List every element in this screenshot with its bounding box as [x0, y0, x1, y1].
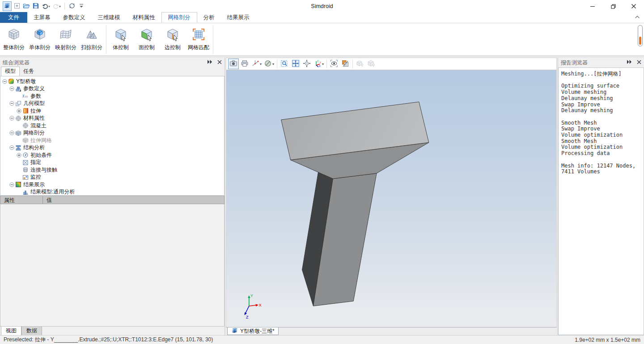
tree-item-label[interactable]: 材料属性	[23, 114, 45, 122]
mesh-match-button[interactable]: 网格匹配	[186, 24, 212, 55]
tree-row[interactable]: 拉伸网格	[0, 137, 224, 144]
browser-tab-1[interactable]: 模型	[1, 67, 20, 76]
expander-minus-icon[interactable]	[9, 130, 15, 135]
tree-item-label[interactable]: 结果模型:通用分析	[30, 188, 75, 196]
tree-item-label[interactable]: 几何模型	[23, 100, 45, 107]
expander-minus-icon[interactable]	[9, 116, 15, 121]
bottom-tab-1[interactable]: 视图	[1, 327, 21, 336]
tree-item-label[interactable]: Y型桥墩	[16, 78, 36, 85]
tree-row[interactable]: 拉伸	[0, 107, 224, 115]
redo-button[interactable]: ▾	[52, 1, 61, 11]
save-file-button[interactable]	[32, 1, 40, 11]
tree-row[interactable]: 几何模型	[0, 100, 224, 108]
viewport-canvas[interactable]: Y X Z	[226, 70, 557, 327]
expander-plus-icon[interactable]	[16, 153, 22, 158]
tree-row[interactable]: Y型桥墩	[0, 78, 224, 85]
expander-minus-icon[interactable]	[9, 145, 15, 150]
tree-row[interactable]: 参数定义	[0, 85, 224, 93]
tree-row[interactable]: 结果模型:通用分析	[0, 189, 224, 196]
tree-item-label[interactable]: 拉伸网格	[30, 137, 52, 144]
zoom-box-button[interactable]	[279, 59, 290, 69]
ribbon-tab-6[interactable]: 网格剖分	[161, 12, 197, 23]
pan-button[interactable]	[290, 59, 301, 69]
tree-item-label[interactable]: 参数定义	[23, 85, 45, 92]
tree-item-label[interactable]: 拉伸	[30, 107, 41, 115]
whole-mesh-button[interactable]: 整体剖分	[1, 24, 27, 55]
minimize-button[interactable]	[582, 0, 603, 13]
tree-item-label[interactable]: 结构分析	[23, 144, 45, 151]
restore-button[interactable]	[603, 0, 623, 13]
ribbon-tab-1[interactable]: 文件	[0, 12, 27, 23]
tree-row[interactable]: 网格剖分	[0, 130, 224, 137]
pin-panel-icon[interactable]	[207, 59, 213, 66]
expander-minus-icon[interactable]	[9, 182, 15, 187]
tree-row[interactable]: 初始条件	[0, 151, 224, 159]
face-control-button[interactable]: 面控制	[134, 24, 160, 55]
map-mesh-button[interactable]: 映射剖分	[53, 24, 79, 55]
tree-row[interactable]: 监控	[0, 174, 224, 181]
ribbon-tab-2[interactable]: 主屏幕	[27, 12, 57, 23]
close-panel-icon[interactable]	[637, 59, 641, 66]
tree-row[interactable]: 混凝土	[0, 122, 224, 130]
ribbon-tab-5[interactable]: 材料属性	[127, 12, 161, 23]
tree-item-label[interactable]: 结果展示	[23, 181, 45, 189]
tree-item-label[interactable]: 网格剖分	[23, 129, 45, 137]
mesh-display-button[interactable]	[340, 59, 351, 69]
tree-item-label[interactable]: 指定	[30, 159, 41, 166]
save-view-button[interactable]	[355, 59, 365, 69]
refresh-button[interactable]	[68, 1, 76, 11]
dropdown-caret-icon[interactable]: ▾	[272, 62, 274, 66]
tree-row[interactable]: 结果展示	[0, 181, 224, 189]
tree-row[interactable]: X(t)参数	[0, 92, 224, 100]
ribbon-slider[interactable]	[638, 25, 643, 46]
new-doc-button[interactable]	[13, 1, 21, 11]
value-column-header[interactable]: 值	[43, 196, 224, 204]
orientation-button[interactable]: ZYX▾	[313, 59, 325, 69]
tree-row[interactable]: 指定	[0, 159, 224, 167]
open-file-button[interactable]	[22, 1, 30, 11]
dropdown-caret-icon[interactable]: ▾	[260, 62, 262, 66]
property-column-header[interactable]: 属性	[0, 196, 43, 204]
tree-row[interactable]: 连接与接触	[0, 166, 224, 174]
probe-button[interactable]: ▾	[250, 59, 263, 69]
tree-item-label[interactable]: 连接与接触	[30, 166, 57, 174]
section-button[interactable]: ▾	[263, 59, 275, 69]
edge-control-button[interactable]: 边控制	[160, 24, 186, 55]
bridge-pier-model[interactable]	[281, 102, 429, 306]
collapse-ribbon-button[interactable]	[634, 14, 640, 21]
ribbon-tab-8[interactable]: 结果展示	[221, 12, 256, 23]
restore-view-button[interactable]	[366, 59, 377, 69]
bottom-tab-2[interactable]: 数据	[21, 327, 42, 336]
visibility-button[interactable]	[329, 59, 339, 69]
fit-view-button[interactable]	[301, 59, 312, 69]
ribbon-tab-3[interactable]: 参数定义	[57, 12, 92, 23]
print-button[interactable]	[239, 59, 250, 69]
undo-button[interactable]: ▾	[41, 1, 51, 11]
tree-item-label[interactable]: 监控	[30, 173, 41, 181]
dropdown-caret-icon[interactable]: ▾	[322, 62, 324, 66]
browser-tab-2[interactable]: 任务	[20, 67, 38, 76]
expander-minus-icon[interactable]	[2, 79, 8, 84]
single-mesh-button[interactable]: 单体剖分	[27, 24, 53, 55]
ribbon-tab-7[interactable]: 分析	[197, 12, 221, 23]
expander-minus-icon[interactable]	[9, 86, 15, 91]
analysis-icon	[15, 145, 21, 151]
close-panel-icon[interactable]	[217, 59, 222, 66]
tree-row[interactable]: 结构分析	[0, 144, 224, 152]
expander-minus-icon[interactable]	[9, 101, 15, 106]
pin-panel-icon[interactable]	[627, 59, 632, 66]
tree-item-label[interactable]: 混凝土	[30, 122, 47, 130]
document-tab[interactable]: Y型桥墩-三维*	[227, 327, 279, 335]
dropdown-caret-icon[interactable]: ▾	[48, 4, 50, 8]
expander-plus-icon[interactable]	[16, 109, 22, 113]
ribbon-tab-4[interactable]: 三维建模	[92, 12, 127, 23]
toolbar-options-button[interactable]	[77, 1, 85, 11]
meshing-log[interactable]: Meshing...[拉伸网格] Optimizing surfaceVolum…	[558, 67, 644, 335]
sweep-mesh-button[interactable]: 扫掠剖分	[79, 24, 105, 55]
tree-row[interactable]: 材料属性	[0, 115, 224, 122]
tree-item-label[interactable]: 初始条件	[30, 151, 52, 159]
body-control-button[interactable]: 体控制	[108, 24, 134, 55]
close-button[interactable]	[623, 0, 644, 13]
snapshot-button[interactable]	[228, 59, 239, 69]
tree-item-label[interactable]: 参数	[30, 92, 41, 100]
